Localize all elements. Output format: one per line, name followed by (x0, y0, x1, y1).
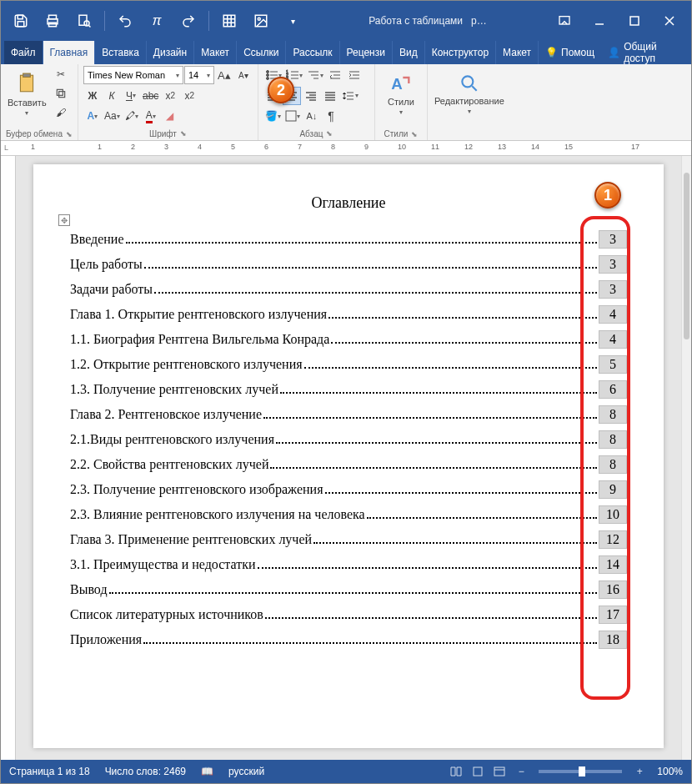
toc-row: 3.1. Преимущества и недостатки14 (70, 555, 627, 574)
underline-button[interactable]: Ч▾ (122, 87, 140, 105)
scrollbar-thumb[interactable] (684, 173, 689, 339)
show-marks-button[interactable]: ¶ (322, 107, 340, 125)
zoom-in-button[interactable]: + (629, 763, 650, 780)
font-color-button[interactable]: A▾ (142, 107, 160, 125)
qat-customize-button[interactable]: ▾ (278, 6, 308, 36)
toc-page-number[interactable]: 4 (599, 330, 627, 349)
text-effects-button[interactable]: A▾ (83, 107, 102, 125)
format-painter-button[interactable]: 🖌 (52, 103, 70, 121)
tab-view[interactable]: Вид (393, 41, 425, 64)
picture-button[interactable] (246, 6, 276, 36)
tab-table-design[interactable]: Конструктор (425, 41, 496, 64)
ribbon-display-button[interactable] (548, 6, 581, 36)
align-right-button[interactable] (302, 87, 320, 105)
toc-row: 1.2. Открытие рентгеновского излучения 5 (70, 355, 627, 374)
decrease-indent-button[interactable] (326, 66, 344, 84)
zoom-slider[interactable] (539, 770, 622, 773)
toc-page-number[interactable]: 8 (599, 455, 627, 474)
toc-page-number[interactable]: 8 (599, 430, 627, 449)
toc-page-number[interactable]: 8 (599, 405, 627, 424)
toc-page-number[interactable]: 5 (599, 355, 627, 374)
cut-button[interactable]: ✂ (52, 66, 70, 83)
styles-button[interactable]: A Стили▾ (380, 66, 422, 121)
save-button[interactable] (6, 6, 36, 36)
maximize-button[interactable] (618, 6, 651, 36)
toc-page-number[interactable]: 3 (599, 230, 627, 249)
status-language[interactable]: русский (228, 766, 264, 777)
redo-button[interactable] (173, 6, 203, 36)
copy-button[interactable] (52, 85, 70, 103)
zoom-level[interactable]: 100% (657, 766, 683, 777)
table-move-handle[interactable]: ✥ (58, 214, 70, 226)
italic-button[interactable]: К (103, 87, 121, 105)
bold-button[interactable]: Ж (83, 87, 102, 105)
print-button[interactable] (38, 6, 68, 36)
read-mode-button[interactable] (445, 763, 467, 780)
toc-row: Список литературных источников17 (70, 606, 627, 624)
preview-button[interactable] (69, 6, 99, 36)
tab-home[interactable]: Главная (43, 41, 96, 64)
tab-file[interactable]: Файл (4, 41, 43, 64)
toc-page-number[interactable]: 17 (599, 606, 627, 624)
justify-button[interactable] (321, 87, 339, 105)
shading-button[interactable]: 🪣▾ (263, 107, 283, 125)
superscript-button[interactable]: x2 (180, 87, 198, 105)
tab-layout[interactable]: Макет (194, 41, 237, 64)
vertical-scrollbar[interactable] (681, 156, 691, 760)
clipboard-dialog-launcher[interactable]: ⬊ (66, 130, 73, 138)
change-case-button[interactable]: Aa▾ (103, 107, 122, 125)
toc-page-number[interactable]: 3 (599, 255, 627, 274)
vertical-ruler[interactable] (1, 156, 16, 760)
print-layout-button[interactable] (467, 763, 489, 780)
sort-button[interactable]: А↓ (303, 107, 321, 125)
font-name-combo[interactable]: Times New Roman▾ (83, 66, 183, 84)
toc-page-number[interactable]: 3 (599, 280, 627, 299)
editing-button[interactable]: Редактирование▾ (433, 66, 506, 121)
minimize-button[interactable] (583, 6, 616, 36)
close-button[interactable] (653, 6, 686, 36)
status-page[interactable]: Страница 1 из 18 (9, 766, 90, 777)
toc-page-number[interactable]: 6 (599, 380, 627, 399)
paste-button[interactable]: Вставить ▾ (6, 66, 48, 121)
status-words[interactable]: Число слов: 2469 (105, 766, 186, 777)
toc-page-number[interactable]: 16 (599, 580, 627, 599)
borders-button[interactable]: ▾ (283, 107, 302, 125)
equation-button[interactable]: π (142, 6, 172, 36)
toc-page-number[interactable]: 12 (599, 530, 627, 549)
tab-insert[interactable]: Вставка (95, 41, 147, 64)
toc-page-number[interactable]: 10 (599, 505, 627, 524)
zoom-out-button[interactable]: − (510, 763, 532, 780)
font-size-combo[interactable]: 14▾ (184, 66, 214, 84)
tell-me[interactable]: 💡Помощ (539, 41, 601, 64)
font-dialog-launcher[interactable]: ⬊ (180, 129, 187, 138)
styles-dialog-launcher[interactable]: ⬊ (411, 130, 418, 138)
document-area[interactable]: ✥ Оглавление Введение3 Цель работы3Задач… (16, 156, 681, 760)
strikethrough-button[interactable]: abc (141, 87, 160, 105)
grow-font-button[interactable]: A▴ (215, 66, 233, 84)
tab-references[interactable]: Ссылки (237, 41, 286, 64)
toc-row: Глава 3. Применение рентгеновских лучей1… (70, 530, 627, 549)
toc-page-number[interactable]: 4 (599, 305, 627, 324)
tab-table-layout[interactable]: Макет (496, 41, 539, 64)
highlight-button[interactable]: 🖍▾ (123, 107, 141, 125)
tab-design[interactable]: Дизайн (147, 41, 194, 64)
undo-button[interactable] (110, 6, 140, 36)
tab-mailings[interactable]: Рассылк (286, 41, 339, 64)
toc-page-number[interactable]: 9 (599, 480, 627, 499)
toc-page-number[interactable]: 18 (599, 631, 627, 649)
shrink-font-button[interactable]: A▾ (234, 66, 253, 84)
clear-formatting-button[interactable]: ◢ (161, 107, 179, 125)
line-spacing-button[interactable]: ▾ (340, 87, 360, 105)
table-button[interactable] (214, 6, 244, 36)
increase-indent-button[interactable] (345, 66, 364, 84)
tab-review[interactable]: Рецензи (340, 41, 393, 64)
subscript-button[interactable]: x2 (161, 87, 179, 105)
share-button[interactable]: 👤Общий доступ (601, 41, 688, 64)
status-proofing[interactable]: 📖 (201, 766, 213, 777)
multilevel-list-button[interactable]: ▾ (305, 66, 325, 84)
paragraph-dialog-launcher[interactable]: ⬊ (326, 129, 333, 138)
horizontal-ruler[interactable]: L 112345678910111213141517 (1, 141, 691, 156)
web-layout-button[interactable] (489, 763, 510, 780)
svg-point-24 (462, 76, 473, 87)
toc-page-number[interactable]: 14 (599, 555, 627, 574)
